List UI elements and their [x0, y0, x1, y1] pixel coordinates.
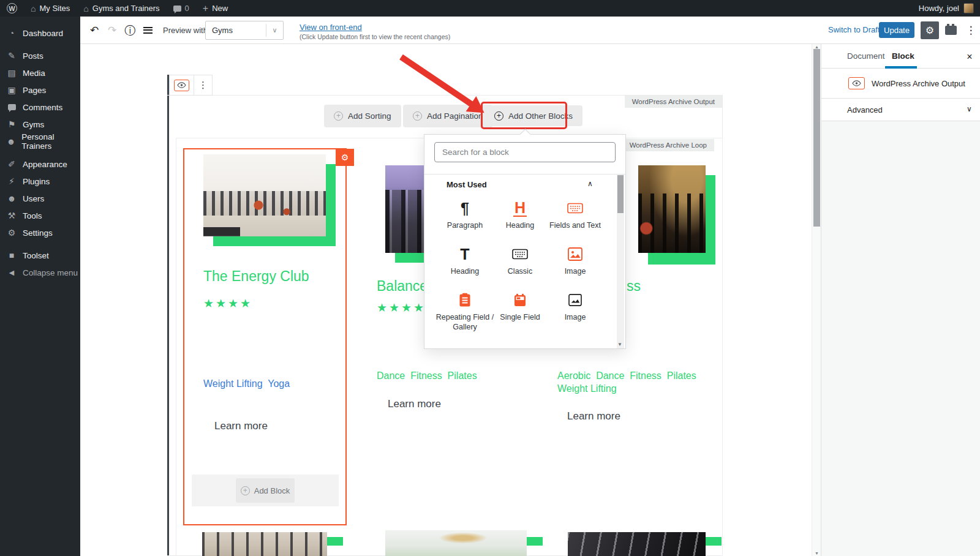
tab-block[interactable]: Block [892, 51, 914, 61]
block-item-repeating-field-gallery[interactable]: Repeating Field / Gallery [435, 290, 494, 334]
more-options-kebab-icon[interactable]: ⋮ [962, 17, 979, 44]
preview-with-select[interactable]: Gyms ∨ [205, 21, 284, 40]
update-button[interactable]: Update [879, 22, 914, 38]
site-name-label: Gyms and Trainers [92, 4, 160, 13]
block-inserter-popup: Most Used ∧ ¶ Paragraph H Heading Fields… [424, 134, 626, 349]
list-view-icon[interactable] [139, 17, 156, 44]
redo-button[interactable]: ↷ [104, 17, 121, 44]
card-gear-icon[interactable]: ⚙ [336, 149, 354, 166]
popup-scrollbar[interactable]: ▼ [617, 175, 624, 348]
plus-icon [241, 486, 250, 495]
sidebar-item-settings[interactable]: ⚙Settings [0, 224, 80, 241]
sidebar-item-label: Settings [23, 228, 53, 238]
sidebar-item-gyms[interactable]: ⚑Gyms [0, 116, 80, 133]
selected-block-row: WordPress Archive Output [821, 69, 980, 99]
block-item-image-dark[interactable]: Image [546, 290, 605, 334]
add-pagination-button[interactable]: Add Pagination [403, 105, 493, 127]
archive-loop-tag: WordPress Archive Loop [622, 139, 714, 151]
my-sites-menu[interactable]: ⌂ My Sites [24, 0, 77, 17]
tools-icon: ⚒ [6, 211, 17, 220]
chevron-down-icon: ∨ [266, 26, 283, 34]
howdy-label[interactable]: Howdy, joel [919, 4, 959, 13]
sidebar-item-pages[interactable]: ▣Pages [0, 81, 80, 99]
learn-more-link[interactable]: Learn more [214, 420, 268, 432]
comments-menu[interactable]: 0 [167, 0, 196, 17]
gym-tags[interactable]: Weight Lifting [557, 383, 617, 394]
editor-scrollbar[interactable]: ▲ ▼ [812, 44, 821, 556]
gym-photo-bottom-3 [568, 532, 706, 556]
block-item-label: Classic [491, 267, 549, 277]
block-item-single-field[interactable]: Single Field [491, 290, 549, 334]
archive-output-tag: WordPress Archive Output [625, 96, 722, 108]
preview-with-label: Preview with: [163, 26, 210, 35]
block-item-classic[interactable]: Classic [491, 244, 549, 288]
gym-tags[interactable]: Aerobic Dance Fitness Pilates [557, 370, 696, 381]
new-menu[interactable]: + New [196, 0, 235, 17]
view-on-frontend-link[interactable]: View on front-end [300, 23, 362, 32]
add-sorting-button[interactable]: Add Sorting [324, 105, 401, 127]
add-other-blocks-button[interactable]: Add Other Blocks [484, 105, 582, 126]
editor-canvas: ⋮ WordPress Archive Output Add Sorting A… [80, 44, 812, 556]
sidebar-item-dashboard[interactable]: ◔Dashboard [0, 24, 80, 42]
image-icon [546, 290, 605, 310]
close-icon[interactable]: × [962, 50, 977, 64]
block-item-fields-and-text[interactable]: Fields and Text [546, 198, 605, 242]
sidebar-item-collapse-menu[interactable]: ◄Collapse menu [0, 264, 80, 281]
gym-title-fragment: ss [627, 278, 641, 295]
block-item-image-orange[interactable]: Image [546, 244, 605, 288]
sidebar-item-toolset[interactable]: ■Toolset [0, 247, 80, 264]
plus-icon: + [203, 4, 208, 13]
sidebar-item-posts[interactable]: ✎Posts [0, 47, 80, 64]
scroll-down-arrow-icon[interactable]: ▼ [617, 342, 622, 347]
block-search-input[interactable] [434, 142, 616, 162]
admin-bar-left: ⌂ My Sites ⌂ Gyms and Trainers 0 + New [0, 0, 235, 17]
eye-icon [848, 77, 865, 89]
sidebar-item-tools[interactable]: ⚒Tools [0, 207, 80, 224]
sidebar-item-comments[interactable]: Comments [0, 99, 80, 116]
chevron-up-icon[interactable]: ∧ [587, 179, 593, 188]
sidebar-item-users[interactable]: ☻Users [0, 190, 80, 207]
brush-icon: ✐ [6, 160, 17, 168]
sidebar-item-media[interactable]: ▤Media [0, 64, 80, 81]
block-item-paragraph[interactable]: ¶ Paragraph [435, 198, 494, 242]
popup-divider [424, 174, 625, 175]
paragraph-icon: ¶ [435, 198, 494, 218]
add-block-button[interactable]: Add Block [236, 478, 295, 503]
most-used-section-title[interactable]: Most Used [447, 180, 487, 189]
popup-scrollbar-thumb[interactable] [617, 175, 624, 213]
preview-with-value: Gyms [206, 26, 266, 35]
pin-icon: ✎ [6, 51, 17, 60]
scroll-up-arrow-icon[interactable]: ▲ [812, 45, 821, 49]
scroll-down-arrow-icon[interactable]: ▼ [812, 551, 821, 555]
settings-gear-button[interactable]: ⚙ [921, 21, 939, 39]
undo-button[interactable]: ↶ [86, 17, 103, 44]
gym-tags[interactable]: Weight Lifting Yoga [203, 378, 290, 389]
avatar[interactable] [963, 3, 974, 13]
sidebar-item-personal-trainers[interactable]: ☻Personal Trainers [0, 133, 80, 150]
block-item-heading-dark[interactable]: T Heading [435, 244, 494, 288]
advanced-section-toggle[interactable]: Advanced ∨ [821, 99, 980, 121]
sidebar-item-appearance[interactable]: ✐Appearance [0, 156, 80, 173]
media-icon: ▤ [6, 69, 17, 77]
tab-document[interactable]: Document [847, 51, 885, 61]
sidebar-item-plugins[interactable]: ⚡Plugins [0, 173, 80, 190]
keyboard-icon [491, 244, 549, 264]
wordpress-menu[interactable] [0, 0, 24, 17]
site-menu[interactable]: ⌂ Gyms and Trainers [77, 0, 166, 17]
learn-more-link[interactable]: Learn more [567, 410, 620, 423]
heading-icon: H [491, 198, 549, 218]
block-item-heading-orange[interactable]: H Heading [491, 198, 549, 242]
archive-output-block-button[interactable] [170, 75, 194, 95]
info-icon[interactable]: ⓘ [121, 17, 138, 44]
editor-scrollbar-thumb[interactable] [813, 49, 820, 227]
gym-photo-dark [638, 165, 706, 253]
switch-to-draft-link[interactable]: Switch to Draft [828, 25, 880, 34]
learn-more-link[interactable]: Learn more [388, 398, 441, 410]
comment-bubble-icon [173, 6, 181, 12]
pages-icon: ▣ [6, 86, 17, 94]
block-options-kebab-icon[interactable]: ⋮ [194, 75, 212, 95]
block-item-label: Fields and Text [546, 221, 605, 231]
home-icon: ⌂ [83, 4, 88, 13]
gym-tags[interactable]: Dance Fitness Pilates [377, 370, 477, 381]
toolset-panel-icon[interactable] [945, 26, 957, 35]
